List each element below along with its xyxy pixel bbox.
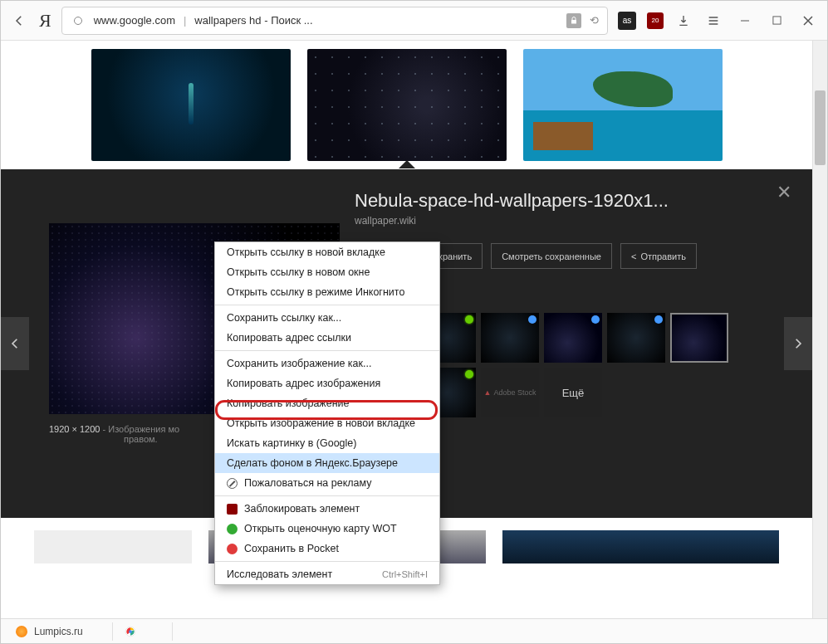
share-button[interactable]: <Отправить — [620, 243, 697, 269]
context-menu-item[interactable]: Открыть ссылку в новом окне — [215, 262, 439, 282]
next-image-button[interactable] — [784, 317, 812, 370]
prev-image-button[interactable] — [1, 317, 29, 370]
back-button[interactable] — [9, 11, 29, 31]
view-saved-button[interactable]: Смотреть сохраненные — [491, 243, 612, 269]
context-menu-item[interactable]: Исследовать элементCtrl+Shift+I — [215, 564, 439, 584]
context-menu-item[interactable]: Пожаловаться на рекламу — [215, 473, 439, 493]
taskbar-tab[interactable]: Lumpics.ru — [7, 622, 113, 641]
context-menu-item[interactable]: Открыть изображение в новой вкладке — [215, 413, 439, 433]
result-thumbnail[interactable] — [502, 530, 780, 564]
reload-icon[interactable]: ⟲ — [590, 14, 599, 27]
similar-thumb[interactable] — [544, 313, 602, 363]
context-menu-item[interactable]: Сохранить изображение как... — [215, 354, 439, 373]
similar-thumb[interactable] — [607, 313, 665, 363]
yandex-logo[interactable]: Я — [39, 10, 51, 32]
ublock-icon[interactable]: 20 — [646, 12, 664, 30]
browser-toolbar: Я www.google.com | wallpapers hd - Поиск… — [1, 1, 827, 41]
google-icon — [125, 626, 136, 637]
context-menu-item[interactable]: Сохранить в Pocket — [215, 539, 439, 559]
pocket-icon — [227, 544, 238, 554]
context-menu-item[interactable]: Заблокировать элемент — [215, 499, 439, 519]
lumpics-icon — [16, 626, 27, 637]
svg-rect-2 — [772, 17, 780, 24]
context-menu-item[interactable]: Копировать адрес ссылки — [215, 328, 439, 348]
downloads-icon[interactable] — [674, 12, 693, 30]
wot-icon — [227, 524, 238, 534]
address-bar[interactable]: www.google.com | wallpapers hd - Поиск .… — [61, 7, 608, 35]
context-menu: Открыть ссылку в новой вкладкеОткрыть сс… — [214, 242, 440, 585]
similar-thumb-adobe[interactable]: ▲Adobe Stock — [481, 368, 539, 417]
scrollbar-thumb[interactable] — [815, 90, 826, 165]
results-row — [1, 41, 812, 169]
svg-point-4 — [129, 630, 132, 633]
context-menu-item[interactable]: Искать картинку в (Google) — [215, 433, 439, 453]
share-icon: < — [631, 251, 636, 261]
vertical-scrollbar[interactable] — [812, 41, 827, 618]
context-menu-item[interactable]: Копировать изображение — [215, 393, 439, 413]
svg-rect-1 — [571, 20, 576, 24]
close-viewer-button[interactable]: ✕ — [777, 182, 791, 203]
menu-button[interactable] — [703, 10, 724, 32]
similar-thumb[interactable] — [481, 313, 539, 363]
context-menu-item[interactable]: Открыть оценочную карту WOT — [215, 519, 439, 539]
context-menu-item[interactable]: Открыть ссылку в режиме Инкогнито — [215, 282, 439, 302]
svg-point-0 — [74, 17, 81, 24]
context-menu-item[interactable]: Сохранить ссылку как... — [215, 308, 439, 328]
block-icon — [227, 478, 238, 489]
ublock-icon — [227, 504, 238, 515]
taskbar-tab[interactable] — [116, 622, 173, 641]
minimize-button[interactable] — [734, 10, 756, 32]
context-menu-item[interactable]: Сделать фоном в Яндекс.Браузере — [215, 453, 439, 473]
image-source[interactable]: wallpaper.wiki — [355, 215, 760, 227]
result-thumbnail[interactable] — [91, 49, 291, 161]
page-title: wallpapers hd - Поиск ... — [194, 14, 558, 27]
close-button[interactable] — [797, 10, 819, 32]
result-thumbnail[interactable] — [34, 530, 192, 564]
secure-badge-icon — [566, 13, 581, 28]
similar-thumb-selected[interactable] — [670, 313, 728, 363]
more-similar-button[interactable]: Ещё — [544, 368, 602, 417]
lock-icon — [71, 13, 86, 28]
lastfm-icon[interactable]: as — [618, 12, 636, 30]
result-thumbnail-selected[interactable] — [307, 49, 507, 161]
maximize-button[interactable] — [766, 10, 787, 32]
url-host: www.google.com — [94, 14, 175, 27]
image-title: Nebula-space-hd-wallpapers-1920x1... — [355, 190, 760, 212]
context-menu-item[interactable]: Копировать адрес изображения — [215, 373, 439, 393]
result-thumbnail[interactable] — [523, 49, 723, 161]
adobe-icon: ▲ — [484, 388, 492, 397]
context-menu-item[interactable]: Открыть ссылку в новой вкладке — [215, 242, 439, 262]
taskbar: Lumpics.ru — [1, 618, 827, 643]
